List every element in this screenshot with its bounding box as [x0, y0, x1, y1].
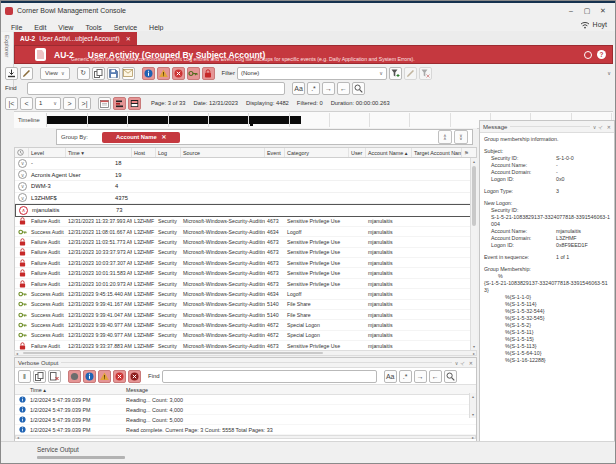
filter-information-toggle[interactable] [142, 67, 155, 80]
help-icon[interactable]: ? [597, 50, 606, 59]
verbose-critical-toggle[interactable] [128, 370, 141, 383]
chevron-down-circle-icon[interactable]: ∨ [18, 182, 27, 191]
verbose-search-button[interactable] [444, 370, 457, 383]
group-row[interactable]: ∨Acronis Agent User19 [15, 170, 476, 182]
verbose-row[interactable]: 1/2/2024 5:47:39.039 PMReading... Count:… [15, 405, 476, 415]
grid-vertical-scrollbar[interactable]: ▴ ▾ [470, 158, 477, 350]
panel-close-icon[interactable]: ✕ [469, 360, 473, 366]
flag-column-header[interactable]: ⚑ [462, 148, 476, 157]
time-column-header[interactable]: Time ▾ [66, 148, 132, 157]
verbose-error-toggle[interactable] [113, 370, 126, 383]
chevron-down-circle-icon[interactable]: ∨ [18, 193, 27, 202]
scroll-down-arrow[interactable]: ▾ [470, 411, 476, 418]
verbose-find-previous-button[interactable]: ← [429, 370, 442, 383]
find-previous-button[interactable]: ← [337, 82, 350, 95]
menu-item-edit[interactable]: Edit [28, 24, 52, 31]
event-row[interactable]: Success Audit12/31/2023 9:45:15.440 AML3… [15, 289, 476, 299]
group-chip-close-icon[interactable]: ✕ [162, 134, 167, 140]
scroll-thumb[interactable] [472, 166, 476, 226]
copy-button[interactable] [92, 67, 105, 80]
category-column-header[interactable]: Category [285, 148, 349, 157]
scroll-up-arrow[interactable]: ▴ [471, 158, 477, 165]
find-input[interactable] [27, 82, 285, 95]
copy-output-button[interactable] [33, 370, 46, 383]
email-button[interactable] [122, 67, 135, 80]
pin-icon[interactable]: ⊥ [598, 123, 605, 130]
scroll-thumb[interactable] [23, 352, 323, 354]
pause-output-button[interactable]: ‖ [18, 370, 31, 383]
event-row[interactable]: Success Audit12/31/2023 9:39:41.167 AML3… [15, 300, 476, 310]
target-account-name-column-header[interactable]: Target Account Name [412, 148, 462, 157]
page-select[interactable]: 1 ∨ [35, 97, 61, 110]
event-row[interactable]: Failure Audit12/31/2023 10:01:20.973 AML… [15, 279, 476, 289]
menu-item-help[interactable]: Help [143, 24, 169, 31]
verbose-debug-toggle[interactable] [68, 370, 81, 383]
scroll-up-arrow[interactable]: ▴ [470, 393, 476, 400]
event-column-header[interactable]: Event [265, 148, 285, 157]
detail-pane-toggle-button[interactable] [128, 97, 141, 110]
event-row[interactable]: Failure Audit12/31/2023 10:03:37.307 AML… [15, 258, 476, 268]
verbose-match-case-button[interactable]: Aa [384, 370, 397, 383]
menu-item-tools[interactable]: Tools [79, 24, 107, 31]
level-column-header[interactable]: Level [29, 148, 66, 157]
menu-item-service[interactable]: Service [108, 24, 143, 31]
verbose-find-input[interactable] [162, 370, 377, 383]
event-row[interactable]: Success Audit12/31/2023 9:39:40.977 AML3… [15, 331, 476, 341]
menu-item-view[interactable]: View [52, 24, 79, 31]
event-row[interactable]: Failure Audit12/31/2023 9:33:37.883 AML3… [15, 341, 476, 350]
panel-close-icon[interactable]: ✕ [607, 124, 611, 130]
edit-filter-button[interactable] [404, 67, 417, 80]
group-row[interactable]: ∨DWM-34 [15, 181, 476, 193]
panel-collapse-icon[interactable]: ∨ [455, 360, 459, 366]
group-row[interactable]: ∨-18 [15, 158, 476, 170]
view-dropdown[interactable]: View ∨ [40, 67, 70, 80]
verbose-row[interactable]: 1/2/2024 5:47:39.039 PMReading... Count:… [15, 415, 476, 425]
refresh-button[interactable]: ↻ [77, 67, 90, 80]
collapse-all-button[interactable]: ∧∧ [438, 130, 452, 144]
scroll-right-arrow[interactable]: ▸ [472, 435, 474, 440]
status-scroll-thumb[interactable] [37, 456, 125, 459]
scroll-down-arrow[interactable]: ▾ [471, 343, 477, 350]
tab-au2-user-activity[interactable]: AU-2 User Activi...ubject Account) ✕ [14, 32, 137, 45]
menu-item-file[interactable]: File [5, 24, 28, 31]
toolbar-overflow-chevron[interactable]: ∨ [607, 70, 611, 76]
event-row[interactable]: Success Audit12/31/2023 9:39:40.977 AML3… [15, 320, 476, 330]
group-row-selected[interactable]: ∧mjanulaitis73 [15, 204, 476, 217]
chevron-down-circle-icon[interactable]: ∨ [18, 159, 27, 168]
next-page-button[interactable]: > [63, 97, 76, 110]
verbose-horizontal-scrollbar[interactable]: ◂ ▸ [15, 435, 476, 439]
verbose-warning-toggle[interactable] [98, 370, 111, 383]
event-row[interactable]: Failure Audit12/31/2023 11:33:37.993 AML… [15, 217, 476, 227]
filter-warning-toggle[interactable] [157, 67, 170, 80]
filter-combo[interactable]: (None) ∨ [237, 67, 387, 80]
save-button[interactable] [107, 67, 120, 80]
grid-horizontal-scrollbar[interactable]: ◂ ▸ [14, 350, 477, 356]
host-column-header[interactable]: Host [132, 148, 156, 157]
scroll-left-arrow[interactable]: ◂ [16, 351, 18, 356]
clear-output-button[interactable] [48, 370, 61, 383]
verbose-time-column-header[interactable]: Time ▴ [28, 387, 124, 393]
search-button[interactable] [352, 82, 365, 95]
scroll-left-arrow[interactable]: ◂ [17, 435, 19, 440]
event-row[interactable]: Failure Audit12/31/2023 11:03:51.773 AML… [15, 237, 476, 247]
chevron-down-circle-icon[interactable]: ∨ [18, 170, 27, 179]
verbose-vertical-scrollbar[interactable]: ▴ ▾ [469, 393, 476, 418]
verbose-regex-button[interactable]: .* [399, 370, 412, 383]
close-button[interactable]: ✕ [595, 4, 611, 17]
clock-column-header[interactable] [15, 148, 29, 157]
previous-page-button[interactable]: < [20, 97, 33, 110]
group-by-chip-account-name[interactable]: Account Name ✕ [102, 132, 180, 143]
find-next-button[interactable]: → [322, 82, 335, 95]
panel-collapse-icon[interactable]: ∨ [593, 124, 597, 130]
edit-report-button[interactable] [20, 67, 33, 80]
expand-all-button[interactable]: ∨∨ [454, 130, 468, 144]
maximize-button[interactable]: ▢ [579, 4, 595, 17]
pin-icon[interactable]: ⊥ [460, 359, 467, 366]
scroll-right-arrow[interactable]: ▸ [473, 351, 475, 356]
add-filter-button[interactable] [389, 67, 402, 80]
first-page-button[interactable]: |< [5, 97, 18, 110]
event-row[interactable]: Failure Audit12/31/2023 10:33:37.973 AML… [15, 248, 476, 258]
verbose-find-next-button[interactable]: → [414, 370, 427, 383]
user-column-header[interactable]: User [349, 148, 366, 157]
regex-button[interactable]: .* [307, 82, 320, 95]
